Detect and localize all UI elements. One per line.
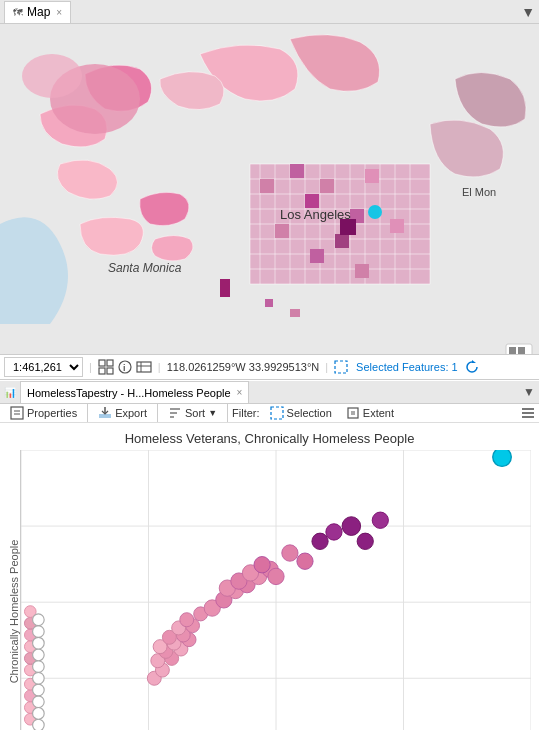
sort-chevron: ▼ — [208, 408, 217, 418]
divider3: | — [325, 361, 328, 373]
svg-rect-31 — [310, 249, 324, 263]
svg-rect-57 — [335, 361, 347, 373]
svg-rect-66 — [271, 407, 283, 419]
svg-rect-24 — [305, 194, 319, 208]
svg-point-139 — [342, 517, 361, 536]
chart-plot-area: 1000 100 10 1 1 10 — [20, 450, 531, 730]
table-tab[interactable]: HomelessTapestry - H...Homeless People × — [20, 381, 249, 403]
svg-rect-69 — [522, 408, 534, 410]
map-tab-label: Map — [27, 5, 50, 19]
svg-text:Los Angeles: Los Angeles — [280, 207, 351, 222]
sep1 — [87, 404, 88, 422]
svg-point-146 — [493, 450, 512, 466]
map-tab-close[interactable]: × — [56, 7, 62, 18]
svg-rect-59 — [11, 407, 23, 419]
y-axis-label: Chronically Homeless People — [8, 450, 20, 730]
selection-label: Selection — [287, 407, 332, 419]
sort-button[interactable]: Sort ▼ — [162, 404, 223, 422]
properties-button[interactable]: Properties — [4, 404, 83, 422]
svg-point-103 — [33, 708, 45, 720]
table-tab-right: ▼ — [523, 385, 535, 399]
svg-point-125 — [180, 613, 194, 627]
svg-rect-25 — [320, 179, 334, 193]
svg-point-34 — [368, 205, 382, 219]
divider2: | — [158, 361, 161, 373]
chart-toolbar: Properties Export Sort ▼ Filter: Selecti… — [0, 404, 539, 423]
chart-area: Homeless Veterans, Chronically Homeless … — [0, 423, 539, 730]
selected-features-label: Selected Features: 1 — [356, 361, 458, 373]
selection-filter-icon — [270, 406, 284, 420]
svg-rect-48 — [99, 360, 105, 366]
svg-rect-22 — [260, 179, 274, 193]
svg-marker-58 — [472, 360, 476, 363]
map-tab[interactable]: 🗺 Map × — [4, 1, 71, 23]
sep3 — [227, 404, 228, 422]
export-button[interactable]: Export — [92, 404, 153, 422]
svg-point-138 — [326, 524, 342, 540]
svg-rect-68 — [351, 411, 355, 415]
svg-rect-51 — [107, 368, 113, 374]
chart-inner: 1000 100 10 1 1 10 — [20, 450, 531, 730]
svg-point-105 — [33, 684, 45, 696]
svg-point-144 — [268, 568, 284, 584]
table-tab-label: HomelessTapestry - H...Homeless People — [27, 387, 231, 399]
extent-button[interactable]: Extent — [340, 404, 400, 422]
extent-icon — [346, 406, 360, 420]
map-svg: Santa Monica Los Angeles El Mon — [0, 24, 539, 354]
table-tab-close[interactable]: × — [237, 387, 243, 398]
selection-button[interactable]: Selection — [264, 404, 338, 422]
chart-container: Chronically Homeless People 1000 1 — [8, 450, 531, 730]
scale-selector[interactable]: 1:461,261 — [4, 357, 83, 377]
svg-point-104 — [33, 696, 45, 708]
chart-title: Homeless Veterans, Chronically Homeless … — [8, 431, 531, 446]
svg-text:i: i — [123, 363, 126, 373]
column-settings-icon[interactable] — [521, 406, 535, 420]
toolbar-right — [521, 406, 535, 420]
svg-point-106 — [33, 672, 45, 684]
map-view[interactable]: Santa Monica Los Angeles El Mon — [0, 24, 539, 354]
svg-rect-37 — [220, 279, 230, 297]
svg-rect-49 — [107, 360, 113, 366]
export-icon — [98, 406, 112, 420]
export-label: Export — [115, 407, 147, 419]
bottom-section: 📊 HomelessTapestry - H...Homeless People… — [0, 380, 539, 730]
svg-rect-32 — [355, 264, 369, 278]
selection-icon — [334, 360, 348, 374]
svg-rect-27 — [365, 169, 379, 183]
properties-label: Properties — [27, 407, 77, 419]
table-icon[interactable] — [136, 359, 152, 375]
svg-point-140 — [357, 533, 373, 549]
divider1: | — [89, 361, 92, 373]
svg-rect-45 — [518, 347, 525, 354]
sort-label: Sort — [185, 407, 205, 419]
map-tools-icons: i — [98, 359, 152, 375]
svg-point-36 — [22, 54, 82, 98]
svg-rect-71 — [522, 416, 534, 418]
svg-point-141 — [372, 512, 388, 528]
sort-icon — [168, 406, 182, 420]
svg-rect-44 — [509, 347, 516, 354]
svg-point-109 — [33, 637, 45, 649]
grid-icon[interactable] — [98, 359, 114, 375]
filter-label: Filter: — [232, 407, 260, 419]
refresh-icon[interactable] — [464, 359, 480, 375]
svg-rect-38 — [265, 299, 273, 307]
table-icon-small: 📊 — [4, 387, 16, 398]
svg-point-102 — [33, 719, 45, 730]
svg-rect-54 — [137, 362, 151, 372]
chart-svg: 1000 100 10 1 1 10 — [21, 450, 531, 730]
svg-point-108 — [33, 649, 45, 661]
coordinates: 118.0261259°W 33.9929513°N — [167, 361, 320, 373]
svg-rect-70 — [522, 412, 534, 414]
tab-bar-pin[interactable]: ▼ — [521, 4, 535, 20]
map-icon: 🗺 — [13, 7, 23, 18]
expand-icon[interactable]: ▼ — [523, 385, 535, 399]
svg-point-111 — [33, 614, 45, 626]
extent-label: Extent — [363, 407, 394, 419]
svg-rect-23 — [290, 164, 304, 178]
sep2 — [157, 404, 158, 422]
table-tab-bar: 📊 HomelessTapestry - H...Homeless People… — [0, 381, 539, 404]
svg-text:El Mon: El Mon — [462, 186, 496, 198]
identify-icon[interactable]: i — [117, 359, 133, 375]
svg-rect-28 — [275, 224, 289, 238]
